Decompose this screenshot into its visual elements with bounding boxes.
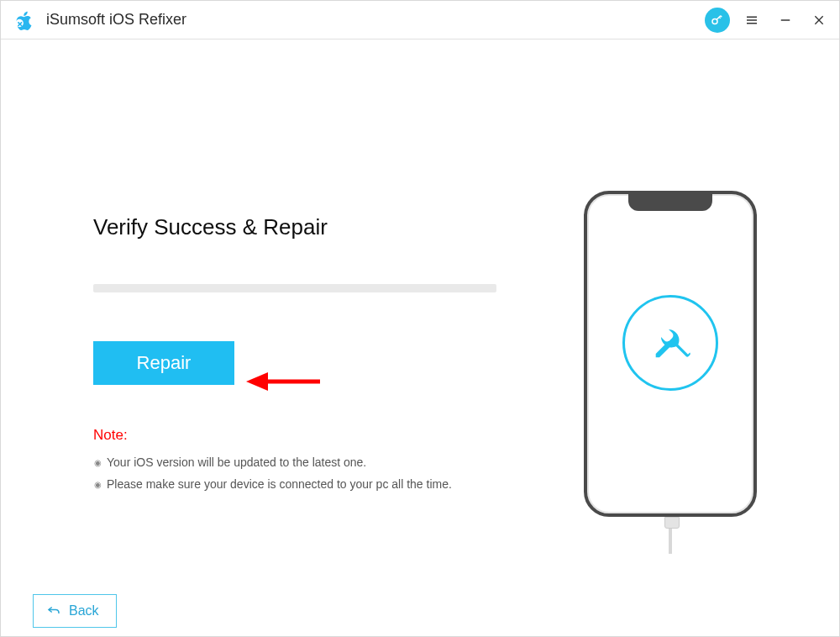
phone-cable — [664, 517, 676, 554]
note-label: Note: — [93, 427, 496, 444]
svg-point-1 — [712, 18, 717, 24]
app-title: iSumsoft iOS Refixer — [46, 11, 186, 29]
note-line-2: ◉ Please make sure your device is connec… — [93, 477, 496, 491]
minimize-button[interactable] — [774, 8, 797, 32]
titlebar: iSumsoft iOS Refixer — [1, 1, 839, 39]
phone-frame — [584, 191, 757, 517]
return-arrow-icon — [45, 603, 62, 619]
left-pane: Verify Success & Repair Repair Note: ◉ Y… — [93, 214, 496, 499]
back-button[interactable]: Back — [33, 594, 117, 628]
close-button[interactable] — [807, 8, 831, 32]
phone-notch — [628, 194, 712, 211]
bullet-icon: ◉ — [93, 480, 102, 488]
menu-button[interactable] — [740, 8, 764, 32]
note-text-1: Your iOS version will be updated to the … — [107, 455, 366, 469]
repair-button[interactable]: Repair — [93, 341, 234, 385]
progress-bar — [93, 284, 496, 292]
repair-button-label: Repair — [137, 352, 192, 374]
bullet-icon: ◉ — [93, 458, 102, 466]
key-button[interactable] — [705, 8, 730, 33]
content-area: Verify Success & Repair Repair Note: ◉ Y… — [1, 39, 839, 586]
app-logo-icon — [13, 8, 36, 32]
page-heading: Verify Success & Repair — [93, 214, 496, 240]
app-window: iSumsoft iOS Refixer Verify Success — [0, 0, 840, 637]
tools-icon — [622, 295, 718, 391]
note-text-2: Please make sure your device is connecte… — [107, 477, 452, 491]
note-line-1: ◉ Your iOS version will be updated to th… — [93, 455, 496, 469]
footer: Back — [1, 586, 839, 636]
phone-illustration — [584, 191, 757, 554]
back-button-label: Back — [69, 603, 99, 619]
